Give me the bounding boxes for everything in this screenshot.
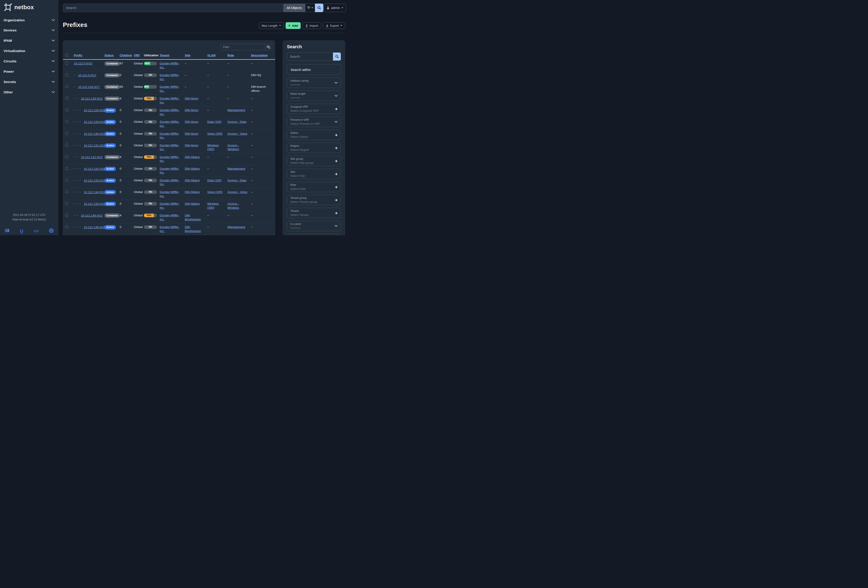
add-button[interactable]: + Add bbox=[286, 22, 301, 29]
prefix-link[interactable]: 10.112.136.0/22 bbox=[81, 214, 103, 217]
import-button[interactable]: Import bbox=[303, 22, 321, 29]
column-sort-link[interactable]: VRF bbox=[134, 54, 140, 57]
tenant-link[interactable]: Dunder-Mifflin, Inc. bbox=[159, 85, 179, 93]
table-filter-input[interactable] bbox=[220, 44, 265, 50]
role-link[interactable]: Access - Wireless bbox=[227, 144, 239, 151]
tenant-link[interactable]: Dunder-Mifflin, Inc. bbox=[159, 167, 179, 174]
filter-select-address-family[interactable]: Address family--------- bbox=[287, 78, 341, 88]
search-within-toggle[interactable]: Search within bbox=[287, 64, 341, 75]
help-lifebuoy-icon[interactable] bbox=[49, 228, 53, 233]
row-checkbox[interactable] bbox=[65, 167, 68, 170]
column-sort-link[interactable]: Description bbox=[251, 54, 268, 57]
site-link[interactable]: DM-Albany bbox=[185, 155, 200, 159]
row-checkbox[interactable] bbox=[65, 85, 68, 88]
site-link[interactable]: DM-Akron bbox=[185, 132, 198, 135]
column-sort-link[interactable]: Tenant bbox=[159, 54, 169, 57]
tenant-link[interactable]: Dunder-Mifflin, Inc. bbox=[159, 74, 179, 81]
vlan-link[interactable]: Voice (200) bbox=[207, 190, 223, 194]
search-scope-dropdown[interactable]: All Objects bbox=[283, 4, 305, 12]
tenant-link[interactable]: Dunder-Mifflin, Inc. bbox=[159, 202, 179, 209]
tenant-link[interactable]: Dunder-Mifflin, Inc. bbox=[159, 97, 179, 104]
column-sort-link[interactable]: Role bbox=[227, 54, 234, 57]
max-length-button[interactable]: Max Length bbox=[259, 22, 284, 29]
row-checkbox[interactable] bbox=[65, 214, 68, 217]
filter-select-mask-length[interactable]: Mask length--------- bbox=[287, 91, 341, 101]
row-checkbox[interactable] bbox=[65, 108, 68, 111]
role-link[interactable]: Access - Data bbox=[227, 179, 246, 182]
role-link[interactable]: Management bbox=[227, 225, 245, 229]
prefix-link[interactable]: 10.112.0.0/15 bbox=[74, 62, 92, 65]
row-checkbox[interactable] bbox=[65, 97, 68, 100]
filter-select-region[interactable]: RegionSelect Region+ bbox=[287, 143, 341, 153]
tenant-link[interactable]: Dunder-Mifflin, Inc. bbox=[159, 155, 179, 163]
prefix-link[interactable]: 10.112.131.0/24 bbox=[84, 144, 106, 147]
tenant-link[interactable]: Dunder-Mifflin, Inc. bbox=[159, 225, 179, 233]
role-link[interactable]: Access - Wireless bbox=[227, 202, 239, 209]
site-link[interactable]: DM-Akron bbox=[185, 108, 198, 112]
role-link[interactable]: Access - Voice bbox=[227, 190, 247, 194]
row-checkbox[interactable] bbox=[65, 144, 68, 147]
role-link[interactable]: Access - Voice bbox=[227, 132, 247, 135]
row-checkbox[interactable] bbox=[65, 74, 68, 76]
column-sort-link[interactable]: Children bbox=[120, 54, 132, 57]
column-sort-link[interactable]: VLAN bbox=[207, 54, 216, 57]
sidebar-item-organization[interactable]: Organization bbox=[0, 15, 58, 25]
filter-select-site-group[interactable]: Site groupSelect Site group+ bbox=[287, 156, 341, 166]
prefix-link[interactable]: 10.112.134.0/24 bbox=[84, 190, 106, 194]
tenant-link[interactable]: Dunder-Mifflin, Inc. bbox=[159, 144, 179, 151]
vlan-link[interactable]: Wireless (300) bbox=[207, 144, 219, 151]
site-link[interactable]: DM-Akron bbox=[185, 97, 198, 100]
vlan-link[interactable]: Voice (200) bbox=[207, 132, 223, 135]
vlan-link[interactable]: Data (100) bbox=[207, 120, 221, 124]
row-checkbox[interactable] bbox=[65, 179, 68, 181]
table-columns-button[interactable] bbox=[265, 44, 272, 50]
docs-book-icon[interactable] bbox=[5, 229, 9, 233]
site-link[interactable]: DM-Akron bbox=[185, 144, 198, 147]
sidebar-item-ipam[interactable]: IPAM bbox=[0, 35, 58, 46]
sidebar-item-circuits[interactable]: Circuits bbox=[0, 56, 58, 66]
filter-select-site[interactable]: SiteSelect Site+ bbox=[287, 169, 341, 179]
tenant-link[interactable]: Dunder-Mifflin, Inc. bbox=[159, 179, 179, 186]
column-sort-link[interactable]: Site bbox=[185, 54, 190, 57]
role-link[interactable]: Management bbox=[227, 108, 245, 112]
rest-api-braces-icon[interactable]: {} bbox=[20, 229, 24, 233]
tenant-link[interactable]: Dunder-Mifflin, Inc. bbox=[159, 190, 179, 198]
row-checkbox[interactable] bbox=[65, 202, 68, 205]
row-checkbox[interactable] bbox=[65, 155, 68, 158]
filter-select-present-in-vrf[interactable]: Present in VRFSelect Present in VRF bbox=[287, 117, 341, 127]
filter-select-status[interactable]: StatusSelect Status+ bbox=[287, 130, 341, 140]
site-link[interactable]: DM-Binghamton bbox=[185, 225, 201, 233]
row-checkbox[interactable] bbox=[65, 120, 68, 123]
role-link[interactable]: Management bbox=[227, 167, 245, 170]
prefix-link[interactable]: 10.112.136.0/28 bbox=[84, 225, 106, 229]
row-checkbox[interactable] bbox=[65, 62, 68, 65]
filter-select-role[interactable]: RoleSelect Role+ bbox=[287, 182, 341, 192]
user-menu-button[interactable]: admin bbox=[324, 4, 346, 12]
site-link[interactable]: DM-Albany bbox=[185, 190, 200, 194]
site-link[interactable]: DM-Binghamton bbox=[185, 214, 201, 221]
prefix-link[interactable]: 10.112.130.0/24 bbox=[84, 132, 106, 136]
panel-search-button[interactable] bbox=[333, 53, 341, 60]
prefix-link[interactable]: 10.112.132.0/28 bbox=[84, 167, 106, 171]
tenant-link[interactable]: Dunder-Mifflin, Inc. bbox=[159, 132, 179, 139]
site-link[interactable]: DM-Albany bbox=[185, 167, 200, 170]
tenant-link[interactable]: Dunder-Mifflin, Inc. bbox=[159, 108, 179, 116]
sidebar-item-devices[interactable]: Devices bbox=[0, 25, 58, 35]
sidebar-item-power[interactable]: Power bbox=[0, 66, 58, 77]
prefix-link[interactable]: 10.112.128.0/22 bbox=[81, 97, 103, 100]
column-sort-link[interactable]: Prefix bbox=[74, 54, 83, 57]
sidebar-item-other[interactable]: Other bbox=[0, 87, 58, 97]
tenant-link[interactable]: Dunder-Mifflin, Inc. bbox=[159, 62, 179, 69]
filter-select-is-a-pool[interactable]: Is a pool--------- bbox=[287, 221, 341, 231]
site-link[interactable]: DM-Albany bbox=[185, 179, 200, 182]
search-filter-dropdown[interactable] bbox=[305, 4, 315, 12]
row-checkbox[interactable] bbox=[65, 132, 68, 135]
vlan-link[interactable]: Wireless (300) bbox=[207, 202, 219, 209]
netbox-logo[interactable]: netbox bbox=[0, 0, 58, 13]
prefix-link[interactable]: 10.112.129.0/24 bbox=[84, 120, 106, 124]
prefix-link[interactable]: 10.112.128.0/28 bbox=[84, 109, 106, 112]
global-search-button[interactable] bbox=[315, 4, 323, 12]
panel-search-input[interactable] bbox=[287, 53, 333, 60]
filter-select-assigned-vrf[interactable]: Assigned VRFSelect Assigned VRF+ bbox=[287, 104, 341, 114]
sidebar-item-virtualization[interactable]: Virtualization bbox=[0, 46, 58, 56]
